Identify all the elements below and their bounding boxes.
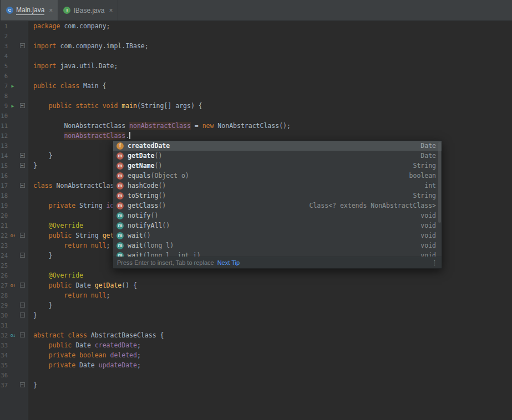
completion-name: createdDate [128,142,170,150]
fold-marker[interactable]: − [18,381,27,389]
code-line[interactable]: 37−} [0,380,512,390]
code-line[interactable]: 11 NonAbstractClass nonAbstractClass = n… [0,121,512,131]
code-token [33,281,49,289]
fold-icon: − [20,253,25,258]
run-icon[interactable]: ▶ [8,104,18,109]
fold-marker[interactable]: − [18,232,27,239]
run-icon[interactable]: ▶ [8,84,18,89]
code-line[interactable]: 1package com.company; [0,21,512,31]
line-number: 12 [0,132,8,139]
close-icon[interactable]: × [49,7,53,14]
code-token [33,341,49,349]
code-line[interactable]: 26 @Override [0,270,512,280]
code-token [33,102,49,110]
fold-icon: − [20,103,25,108]
editor-tab-main-java[interactable]: CMain.java× [1,0,58,21]
completion-name: notify [128,212,151,219]
code-line[interactable]: 35 private Date updateDate; [0,360,512,370]
completion-item[interactable]: fcreatedDateDate [113,141,442,151]
field-icon: f [116,142,124,150]
fold-marker[interactable]: − [18,301,27,309]
code-token [33,232,49,239]
fold-marker[interactable]: − [18,252,27,259]
code-token: ; [137,341,141,349]
implement-icon[interactable]: o↓ [8,332,18,338]
method-icon: m [116,202,124,209]
class-icon: C [6,7,13,14]
code-line[interactable]: 31 [0,320,512,330]
code-text: import java.util.Date; [27,62,118,70]
code-token: . [125,132,129,140]
code-token: return null [64,291,106,299]
fold-marker[interactable]: − [18,102,27,110]
fold-marker[interactable]: − [18,152,27,160]
completion-item[interactable]: mwait(long l, int i)void [113,250,442,257]
more-options-icon[interactable]: ⋮ [432,259,438,267]
fold-marker[interactable]: − [18,182,27,189]
method-icon: m [116,152,124,160]
line-number: 29 [0,302,8,309]
code-line[interactable]: 32o↓−abstract class AbstractBaseClass { [0,330,512,340]
completion-name: wait [128,242,143,249]
code-line[interactable]: 2 [0,31,512,41]
code-token: ; [137,351,141,359]
override-icon[interactable]: o↑ [8,233,18,238]
completion-type: String [405,162,436,170]
completion-item[interactable]: mhashCode()int [113,181,442,191]
code-line[interactable]: 9▶− public static void main(String[] arg… [0,101,512,111]
fold-icon: − [20,283,25,288]
completion-item[interactable]: mnotifyAll()void [113,221,442,231]
close-icon[interactable]: × [109,7,113,14]
completion-params: () [143,232,151,239]
code-token: } [33,311,37,319]
completion-item[interactable]: mwait(long l)void [113,240,442,250]
code-text: private Date updateDate; [27,361,141,369]
completion-item[interactable]: mgetDate()Date [113,151,442,161]
code-token: NonAbstractClass [33,122,129,130]
completion-item[interactable]: mequals(Object o)boolean [113,171,442,181]
code-line[interactable]: 8 [0,91,512,101]
line-number: 31 [0,322,8,329]
completion-params: () [158,202,166,209]
code-line[interactable]: 30−} [0,310,512,320]
code-line[interactable]: 10 [0,111,512,121]
code-text: } [27,162,37,170]
code-line[interactable]: 6 [0,71,512,81]
code-line[interactable]: 12 nonAbstractClass. [0,131,512,141]
code-line[interactable]: 7▶public class Main { [0,81,512,91]
editor-tab-ibase-java[interactable]: IIBase.java× [58,0,118,21]
completion-params: () [151,212,159,219]
fold-marker[interactable]: − [18,42,27,50]
code-text: class NonAbstractClas [27,182,114,189]
code-line[interactable]: 4 [0,51,512,61]
code-line[interactable]: 27o↑− public Date getDate() { [0,280,512,290]
code-token: AbstractBaseClass { [87,331,164,339]
code-line[interactable]: 3−import com.company.impl.IBase; [0,41,512,51]
code-line[interactable]: 29− } [0,300,512,310]
code-line[interactable]: 33 public Date createdDate; [0,340,512,350]
completion-item[interactable]: mgetName()String [113,161,442,171]
code-line[interactable]: 34 private boolean deleted; [0,350,512,360]
code-line[interactable]: 36 [0,370,512,380]
fold-marker[interactable]: − [18,311,27,319]
completion-item[interactable]: mgetClass()Class<? extends NonAbstractCl… [113,201,442,211]
fold-marker[interactable]: − [18,162,27,170]
completion-item[interactable]: mtoString()String [113,191,442,201]
fold-marker[interactable]: − [18,331,27,339]
popup-scrollbar[interactable] [438,142,441,223]
next-tip-link[interactable]: Next Tip [217,259,240,266]
code-line[interactable]: 28 return null; [0,290,512,300]
completion-item[interactable]: mnotify()void [113,211,442,221]
completion-name: notifyAll [128,222,162,229]
line-number: 8 [0,93,8,99]
method-icon: m [116,182,124,189]
code-token [33,361,49,369]
code-token: String [72,232,102,239]
completion-params: () [154,162,162,170]
code-line[interactable]: 5import java.util.Date; [0,61,512,71]
fold-marker[interactable]: − [18,281,27,289]
completion-item[interactable]: mwait()void [113,231,442,240]
completion-type: boolean [402,172,436,180]
code-token [33,222,49,229]
override-icon[interactable]: o↑ [8,283,18,288]
